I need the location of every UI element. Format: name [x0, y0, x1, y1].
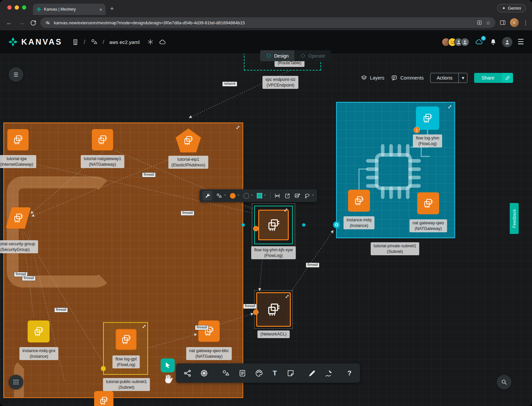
- internet-gateway-icon[interactable]: [7, 129, 29, 150]
- text-tool-button[interactable]: T: [271, 369, 278, 378]
- open-in-new-button[interactable]: [284, 193, 290, 199]
- collapse-node-icon[interactable]: [285, 294, 289, 299]
- canvas-menu-button[interactable]: ☰: [9, 67, 23, 82]
- share-split-button[interactable]: Share: [474, 73, 513, 83]
- apps-grid-button[interactable]: [9, 375, 23, 389]
- configure-wrench-button[interactable]: [202, 191, 212, 201]
- node-nat-gateway-qwo[interactable]: [417, 192, 439, 214]
- shapes-menu-button[interactable]: ⌃: [216, 193, 226, 199]
- tab-operate[interactable]: Operate: [294, 50, 331, 61]
- pen-tool-button[interactable]: [308, 369, 316, 378]
- copy-link-button[interactable]: [502, 73, 513, 83]
- node-flow-log-gpt[interactable]: [115, 329, 137, 350]
- tab-design[interactable]: Design: [260, 50, 294, 61]
- new-tab-button[interactable]: +: [110, 5, 114, 12]
- side-panel-button[interactable]: [499, 19, 506, 26]
- node-tutorial-igw[interactable]: [7, 129, 29, 150]
- edge-handle-right[interactable]: [302, 223, 305, 227]
- browser-profile-avatar[interactable]: c: [510, 18, 519, 27]
- forward-button[interactable]: →: [17, 19, 26, 26]
- edge-handle-left[interactable]: [242, 223, 245, 227]
- flow-log-badge[interactable]: [253, 226, 259, 231]
- bookmark-star-button[interactable]: ☆: [486, 19, 491, 26]
- url-text[interactable]: kanvas.new/extension/meshmap?mode=design…: [54, 20, 473, 25]
- kubernetes-tool-button[interactable]: [200, 369, 208, 378]
- collapse-node-icon[interactable]: [142, 324, 146, 329]
- feedback-tab[interactable]: Feedback: [510, 203, 519, 234]
- minimize-window-button[interactable]: [15, 5, 19, 10]
- boundary-menu-button[interactable]: ⌃: [244, 193, 253, 199]
- site-settings-icon[interactable]: [45, 20, 51, 26]
- notes-tool-button[interactable]: [238, 369, 247, 378]
- color-menu-button[interactable]: ⌃: [230, 193, 240, 199]
- vpc-endpoint-label: vpc endpoint-slz(VPCEndpoint): [263, 76, 298, 89]
- node-security-group[interactable]: [6, 207, 31, 229]
- node-natgateway-bbc[interactable]: [198, 320, 220, 342]
- connector-port[interactable]: [333, 221, 340, 228]
- actions-dropdown-arrow[interactable]: ▾: [458, 73, 467, 83]
- collaborator-avatar[interactable]: [460, 38, 469, 47]
- user-avatar-button[interactable]: [502, 37, 512, 47]
- signature-tool-button[interactable]: [325, 369, 333, 378]
- resize-width-button[interactable]: [274, 193, 280, 199]
- instance-mdq-label: instance-mdq(Instance): [343, 216, 374, 229]
- select-tool-button[interactable]: [161, 358, 175, 372]
- node-instance-mdq[interactable]: [348, 190, 370, 212]
- flow-log-icon[interactable]: [115, 329, 137, 350]
- back-button[interactable]: ←: [5, 19, 13, 26]
- layers-button[interactable]: Layers: [361, 75, 385, 81]
- nat-gateway-icon[interactable]: [92, 129, 113, 150]
- flow-log-icon[interactable]: [416, 106, 439, 130]
- group-badge[interactable]: [101, 366, 106, 371]
- node-instance-gnx[interactable]: [28, 320, 50, 342]
- nat-gateway-icon[interactable]: [417, 192, 439, 214]
- hand-icon: [162, 373, 173, 385]
- actions-split-button[interactable]: Actions ▾: [430, 73, 467, 83]
- designs-icon[interactable]: [90, 38, 98, 46]
- instance-icon[interactable]: [28, 320, 50, 342]
- node-tutorial-natgateway1[interactable]: [92, 129, 113, 150]
- palette-tool-button[interactable]: [255, 369, 263, 378]
- pan-tool-button[interactable]: [162, 373, 174, 385]
- cloud-status-button[interactable]: 0: [474, 38, 484, 46]
- node-flow-log-yhm[interactable]: [416, 106, 439, 130]
- close-window-button[interactable]: [7, 5, 12, 10]
- shapes-tool-button[interactable]: [222, 369, 230, 378]
- zoom-search-button[interactable]: [497, 375, 511, 389]
- address-bar[interactable]: kanvas.new/extension/meshmap?mode=design…: [40, 17, 495, 28]
- node-icon[interactable]: [94, 391, 113, 406]
- collapse-node-icon[interactable]: [283, 208, 288, 212]
- nat-gateway-icon[interactable]: [198, 320, 220, 342]
- sticky-tool-button[interactable]: [286, 369, 295, 378]
- reload-button[interactable]: [30, 20, 36, 26]
- pipeline-tool-button[interactable]: [183, 369, 192, 378]
- zoom-window-button[interactable]: [22, 5, 26, 10]
- tool-dock: T ?: [176, 363, 360, 383]
- environment-icon[interactable]: [147, 39, 154, 45]
- tab-close-button[interactable]: ×: [99, 7, 102, 12]
- instance-icon[interactable]: [348, 190, 370, 212]
- organization-icon[interactable]: [72, 39, 79, 46]
- node-tutorial-eip1[interactable]: [176, 128, 201, 152]
- help-tool-button[interactable]: ?: [346, 369, 353, 378]
- comments-button[interactable]: Comments: [391, 75, 424, 81]
- fill-menu-button[interactable]: ⌃: [257, 193, 266, 198]
- notifications-bell-button[interactable]: [489, 38, 497, 46]
- flow-log-badge[interactable]: [253, 309, 259, 315]
- elastic-ip-icon[interactable]: [176, 128, 201, 152]
- browser-menu-button[interactable]: ⋮: [523, 19, 527, 26]
- node-partial[interactable]: [94, 391, 113, 406]
- browser-tab[interactable]: Kanvas | Meshery ×: [33, 4, 105, 15]
- gemini-button[interactable]: ✦ Gemini: [497, 4, 526, 12]
- design-filename[interactable]: aws ec2.yaml: [109, 39, 140, 45]
- signature-icon: [325, 369, 333, 377]
- header-menu-button[interactable]: ☰: [517, 38, 524, 46]
- add-image-button[interactable]: [294, 193, 300, 199]
- collapse-region-icon[interactable]: [447, 104, 452, 109]
- lasso-menu-button[interactable]: ⌃: [304, 193, 314, 199]
- save-page-icon[interactable]: [476, 20, 482, 26]
- collapse-region-icon[interactable]: [236, 125, 240, 130]
- tab-strip: Kanvas | Meshery × + ✦ Gemini: [0, 0, 532, 15]
- node-flow-log-kjh[interactable]: [258, 210, 289, 240]
- security-group-icon[interactable]: [6, 207, 31, 229]
